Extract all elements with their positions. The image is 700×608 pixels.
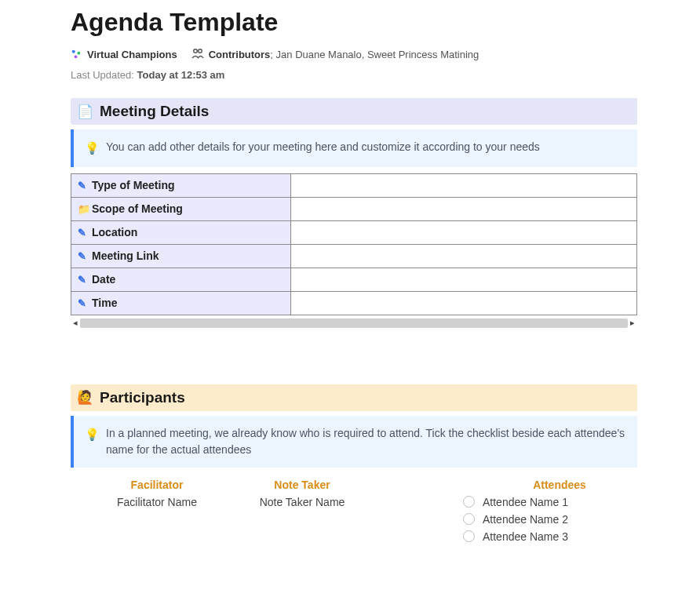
workspace-icon: [71, 49, 82, 60]
row-label: Meeting Link: [92, 249, 159, 262]
pen-icon: ✎: [78, 297, 89, 309]
row-label-cell: 📁Scope of Meeting: [71, 197, 291, 220]
table-row: ✎Meeting Link: [71, 244, 637, 268]
svg-point-3: [193, 49, 197, 53]
table-row: ✎Type of Meeting: [71, 173, 637, 197]
tip-text: In a planned meeting, we already know wh…: [106, 425, 626, 458]
row-label: Date: [92, 273, 115, 286]
attendees-header: Attendees: [463, 479, 637, 491]
attendee-checkbox[interactable]: [463, 530, 475, 542]
page-title: Agenda Template: [71, 8, 637, 37]
table-row: 📁Scope of Meeting: [71, 197, 637, 220]
contributors[interactable]: Contributors; Jan Duane Manalo, Sweet Pr…: [191, 48, 479, 61]
note-taker-column: Note Taker Note Taker Name: [220, 479, 385, 548]
row-value-cell[interactable]: [291, 268, 637, 291]
contributors-names: ;: [270, 49, 275, 60]
row-label: Scope of Meeting: [92, 202, 183, 215]
scroll-track[interactable]: [80, 319, 628, 328]
raising-hand-icon: 🙋: [77, 389, 93, 406]
section-header-participants: 🙋 Participants: [71, 384, 637, 411]
pen-icon: ✎: [78, 250, 89, 262]
tip-text: You can add other details for your meeti…: [106, 139, 540, 155]
row-label-cell: ✎Time: [71, 291, 291, 315]
facilitator-header: Facilitator: [94, 479, 220, 491]
tip-box-meeting-details: 💡 You can add other details for your mee…: [71, 129, 637, 167]
attendee-checkbox[interactable]: [463, 496, 475, 508]
facilitator-value[interactable]: Facilitator Name: [94, 496, 220, 508]
section-header-meeting-details: 📄 Meeting Details: [71, 98, 637, 125]
attendee-name[interactable]: Attendee Name 1: [483, 496, 568, 508]
row-value-cell[interactable]: [291, 173, 637, 197]
attendee-name[interactable]: Attendee Name 3: [483, 530, 568, 543]
meeting-details-table: ✎Type of Meeting📁Scope of Meeting✎Locati…: [71, 173, 637, 315]
folder-icon: 📁: [78, 203, 89, 215]
table-row: ✎Time: [71, 291, 637, 315]
attendee-item: Attendee Name 1: [463, 496, 637, 508]
roles-row: Facilitator Facilitator Name Note Taker …: [71, 479, 637, 548]
row-label-cell: ✎Date: [71, 268, 291, 291]
pen-icon: ✎: [78, 180, 89, 191]
svg-point-4: [198, 49, 202, 53]
last-updated: Last Updated: Today at 12:53 am: [71, 69, 637, 81]
attendee-item: Attendee Name 3: [463, 530, 637, 543]
row-label-cell: ✎Meeting Link: [71, 244, 291, 268]
document-icon: 📄: [77, 104, 93, 120]
row-label-cell: ✎Type of Meeting: [71, 173, 291, 197]
meta-row: Virtual Champions Contributors; Jan Duan…: [71, 48, 637, 61]
svg-point-1: [77, 52, 80, 55]
svg-point-0: [72, 50, 75, 53]
row-value-cell[interactable]: [291, 244, 637, 268]
lightbulb-icon: 💡: [85, 140, 100, 158]
scroll-left-arrow[interactable]: ◂: [71, 318, 80, 328]
row-value-cell[interactable]: [291, 197, 637, 220]
row-label: Type of Meeting: [92, 179, 175, 191]
attendees-list: Attendee Name 1Attendee Name 2Attendee N…: [463, 496, 637, 543]
workspace-tag[interactable]: Virtual Champions: [71, 49, 177, 60]
svg-point-2: [75, 55, 78, 58]
people-icon: [191, 48, 204, 61]
note-taker-header: Note Taker: [220, 479, 385, 491]
row-label-cell: ✎Location: [71, 220, 291, 244]
row-value-cell[interactable]: [291, 291, 637, 315]
workspace-name: Virtual Champions: [87, 49, 177, 60]
pen-icon: ✎: [78, 274, 89, 286]
meeting-details-table-wrap: ✎Type of Meeting📁Scope of Meeting✎Locati…: [71, 173, 637, 329]
note-taker-value[interactable]: Note Taker Name: [220, 496, 385, 508]
horizontal-scrollbar[interactable]: ◂ ▸: [71, 317, 637, 329]
facilitator-column: Facilitator Facilitator Name: [71, 479, 220, 548]
row-value-cell[interactable]: [291, 220, 637, 244]
contributors-label: Contributors: [209, 49, 271, 60]
attendee-checkbox[interactable]: [463, 513, 475, 525]
attendees-column: Attendees Attendee Name 1Attendee Name 2…: [385, 479, 637, 548]
attendee-item: Attendee Name 2: [463, 513, 637, 526]
row-label: Time: [92, 297, 117, 309]
table-row: ✎Date: [71, 268, 637, 291]
row-label: Location: [92, 226, 137, 238]
table-row: ✎Location: [71, 220, 637, 244]
pen-icon: ✎: [78, 227, 89, 238]
tip-box-participants: 💡 In a planned meeting, we already know …: [71, 416, 637, 468]
lightbulb-icon: 💡: [85, 426, 100, 444]
attendee-name[interactable]: Attendee Name 2: [483, 513, 568, 526]
scroll-right-arrow[interactable]: ▸: [628, 318, 637, 328]
